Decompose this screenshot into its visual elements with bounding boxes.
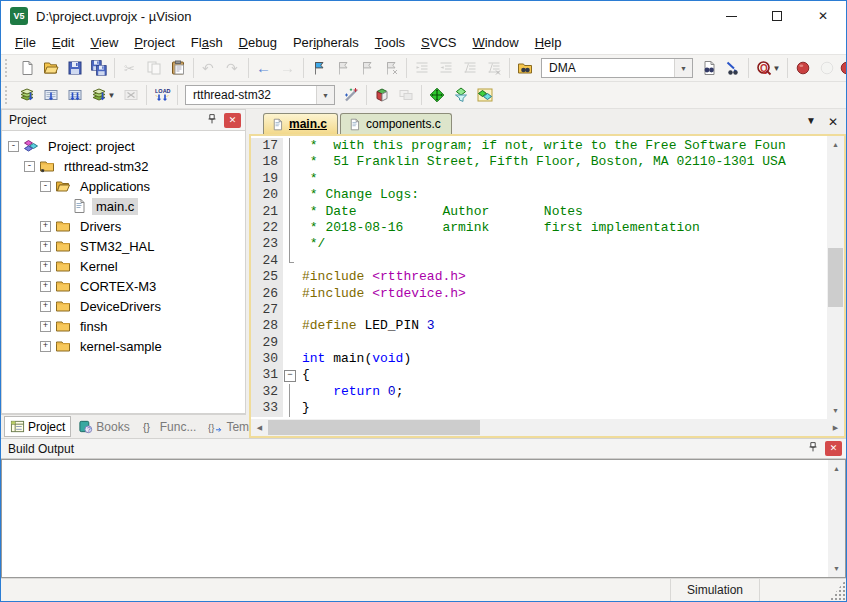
manage-rte-button[interactable]: [425, 84, 449, 106]
tree-item-cortex-m3[interactable]: +CORTEX-M3: [2, 276, 245, 296]
tree-item-main-c[interactable]: main.c: [2, 196, 245, 216]
panel-tab-books[interactable]: ?Books: [73, 417, 134, 436]
expand-icon[interactable]: +: [40, 341, 51, 352]
code-line-28[interactable]: 28#define LED_PIN 3: [251, 318, 827, 334]
menu-edit[interactable]: Edit: [44, 32, 82, 53]
find-combo[interactable]: DMA▼: [541, 58, 693, 78]
code-line-30[interactable]: 30int main(void): [251, 351, 827, 367]
scroll-thumb[interactable]: [268, 420, 480, 435]
build-output-header[interactable]: Build Output ✕: [1, 438, 846, 459]
clear-bookmarks-button[interactable]: [379, 57, 403, 79]
stop-build-button[interactable]: [119, 84, 143, 106]
redo-button[interactable]: ↷: [221, 57, 245, 79]
scroll-up-icon[interactable]: ▲: [828, 460, 845, 477]
indent-button[interactable]: [410, 57, 434, 79]
menu-flash[interactable]: Flash: [183, 32, 231, 53]
find-button[interactable]: [697, 57, 721, 79]
fold-collapse-icon[interactable]: [283, 367, 297, 383]
expand-icon[interactable]: +: [40, 321, 51, 332]
open-file-button[interactable]: [39, 57, 63, 79]
comment-button[interactable]: [458, 57, 482, 79]
scroll-right-icon[interactable]: ▶: [827, 419, 844, 436]
navigate-back-button[interactable]: ←: [252, 57, 276, 79]
pin-icon[interactable]: [205, 112, 219, 129]
menu-svcs[interactable]: SVCS: [413, 32, 464, 53]
panel-tab-project[interactable]: Project: [4, 416, 71, 437]
build-output-scrollbar[interactable]: ▲ ▼: [828, 460, 845, 577]
editor-vertical-scrollbar[interactable]: ▲ ▼: [827, 136, 844, 419]
expand-icon[interactable]: +: [40, 301, 51, 312]
insert-bookmark-button[interactable]: [307, 57, 331, 79]
expand-icon[interactable]: +: [40, 221, 51, 232]
incremental-find-button[interactable]: [721, 57, 745, 79]
target-select[interactable]: rtthread-stm32▼: [185, 85, 335, 105]
minimize-button[interactable]: [708, 1, 754, 31]
select-packs-button[interactable]: [449, 84, 473, 106]
document-tab-components-c[interactable]: components.c: [340, 113, 452, 134]
tab-list-dropdown-icon[interactable]: ▼: [806, 115, 816, 129]
unindent-button[interactable]: [434, 57, 458, 79]
menu-project[interactable]: Project: [126, 32, 182, 53]
target-options-button[interactable]: [339, 84, 363, 106]
build-output-close-button[interactable]: ✕: [825, 441, 842, 456]
code-line-27[interactable]: 27: [251, 302, 827, 318]
chevron-down-icon[interactable]: ▼: [773, 64, 781, 73]
menu-window[interactable]: Window: [464, 32, 526, 53]
close-button[interactable]: ✕: [800, 1, 846, 31]
rebuild-button[interactable]: [63, 84, 87, 106]
scroll-thumb[interactable]: [828, 248, 843, 308]
expand-icon[interactable]: +: [40, 261, 51, 272]
scroll-track[interactable]: [827, 153, 844, 402]
translate-button[interactable]: [15, 84, 39, 106]
maximize-button[interactable]: [754, 1, 800, 31]
code-line-21[interactable]: 21 * Date Author Notes: [251, 204, 827, 220]
toolbar-grip[interactable]: [5, 59, 10, 77]
code-line-24[interactable]: 24: [251, 253, 827, 269]
code-line-33[interactable]: 33}: [251, 400, 827, 416]
code-line-29[interactable]: 29: [251, 335, 827, 351]
code-line-32[interactable]: 32 return 0;: [251, 384, 827, 400]
uncomment-button[interactable]: [482, 57, 506, 79]
tree-item-kernel[interactable]: +Kernel: [2, 256, 245, 276]
breakpoint-disable-button[interactable]: [815, 57, 839, 79]
project-panel-close-button[interactable]: ✕: [224, 113, 241, 128]
books-search-button[interactable]: Q▼: [752, 57, 784, 79]
close-document-icon[interactable]: ✕: [828, 115, 838, 129]
code-editor[interactable]: 17 * with this program; if not, write to…: [251, 136, 827, 419]
tree-item-project-project[interactable]: -Project: project: [2, 136, 245, 156]
download-load-button[interactable]: LOAD: [150, 84, 174, 106]
code-line-25[interactable]: 25#include <rtthread.h>: [251, 269, 827, 285]
code-line-17[interactable]: 17 * with this program; if not, write to…: [251, 138, 827, 154]
chevron-down-icon[interactable]: ▼: [316, 86, 334, 104]
tree-item-stm32-hal[interactable]: +STM32_HAL: [2, 236, 245, 256]
menu-help[interactable]: Help: [527, 32, 570, 53]
scroll-track[interactable]: [828, 477, 845, 560]
pin-icon[interactable]: [806, 440, 820, 457]
resize-grip[interactable]: [829, 579, 846, 601]
cut-button[interactable]: ✂: [118, 57, 142, 79]
find-in-files-button[interactable]: [513, 57, 537, 79]
chevron-down-icon[interactable]: ▼: [674, 59, 692, 77]
scroll-down-icon[interactable]: ▼: [828, 560, 845, 577]
code-line-26[interactable]: 26#include <rtdevice.h>: [251, 286, 827, 302]
code-line-19[interactable]: 19 *: [251, 171, 827, 187]
tree-item-finsh[interactable]: +finsh: [2, 316, 245, 336]
build-output-text[interactable]: [2, 460, 828, 577]
menu-tools[interactable]: Tools: [367, 32, 413, 53]
project-panel-header[interactable]: Project ✕: [1, 109, 246, 131]
paste-button[interactable]: [166, 57, 190, 79]
prev-bookmark-button[interactable]: [355, 57, 379, 79]
code-line-20[interactable]: 20 * Change Logs:: [251, 187, 827, 203]
document-tab-main-c[interactable]: main.c: [263, 113, 338, 134]
menu-view[interactable]: View: [82, 32, 126, 53]
manage-items-button[interactable]: [370, 84, 394, 106]
menu-debug[interactable]: Debug: [231, 32, 285, 53]
breakpoint-kill-button[interactable]: [839, 57, 846, 79]
code-line-31[interactable]: 31{: [251, 367, 827, 383]
code-line-22[interactable]: 22 * 2018-08-16 armink first implementat…: [251, 220, 827, 236]
tree-item-applications[interactable]: -Applications: [2, 176, 245, 196]
navigate-forward-button[interactable]: →: [276, 57, 300, 79]
toolbar-grip[interactable]: [5, 86, 10, 104]
collapse-icon[interactable]: -: [40, 181, 51, 192]
collapse-icon[interactable]: -: [24, 161, 35, 172]
